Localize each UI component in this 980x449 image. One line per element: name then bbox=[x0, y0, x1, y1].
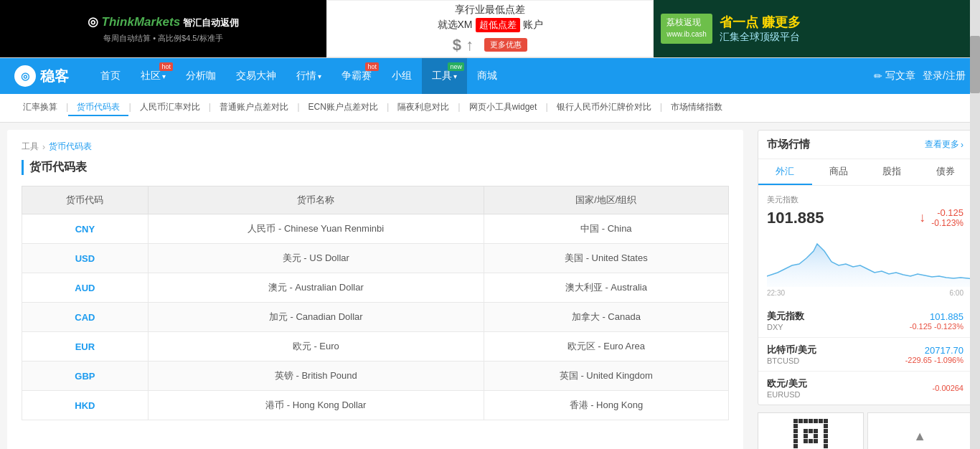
table-row: USD 美元 - US Dollar 美国 - United States bbox=[22, 244, 729, 273]
banner-thinkmarkets[interactable]: ◎ ThinkMarkets 智汇自动返佣 每周自动结算 • 高比例$4.5/标… bbox=[0, 0, 326, 57]
currency-code-hkd[interactable]: HKD bbox=[75, 400, 95, 411]
currency-name: 澳元 - Australian Dollar bbox=[148, 273, 484, 303]
market-tab-bonds[interactable]: 债券 bbox=[919, 159, 973, 185]
mli-change-eur: -0.00264 bbox=[933, 384, 963, 392]
chart-time-start: 22:30 bbox=[767, 289, 785, 297]
nav-links: 首页 社区 hot ▾ 分析咖 交易大神 行情 ▾ 争霸赛 hot 小组 工具 … bbox=[90, 58, 874, 94]
market-header: 市场行情 查看更多 › bbox=[758, 131, 972, 159]
nav-item-contest[interactable]: 争霸赛 hot bbox=[331, 58, 382, 94]
market-tab-commodities[interactable]: 商品 bbox=[812, 159, 866, 185]
index-display: 美元指数 101.885 ↓ -0.125 -0.123% bbox=[758, 186, 972, 237]
subnav-cny-compare[interactable]: 人民币汇率对比 bbox=[131, 100, 209, 116]
down-arrow-icon: ↓ bbox=[919, 210, 925, 225]
currency-code-usd[interactable]: USD bbox=[75, 253, 95, 264]
banner-lz-tag: 荔枝返现www.ib.cash bbox=[661, 14, 712, 44]
currency-country: 欧元区 - Euro Area bbox=[484, 332, 728, 361]
market-list-item-eur[interactable]: 欧元/美元 EURUSD -0.00264 bbox=[758, 372, 972, 405]
mli-price-dxy: 101.885 bbox=[910, 311, 963, 322]
banner-think-sub: 每周自动结算 • 高比例$4.5/标准手 bbox=[103, 33, 222, 44]
subnav-bank-price[interactable]: 银行人民币外汇牌价对比 bbox=[548, 100, 660, 116]
table-row: EUR 欧元 - Euro 欧元区 - Euro Area bbox=[22, 332, 729, 361]
qr-code bbox=[793, 419, 828, 449]
banner-row: ◎ ThinkMarkets 智汇自动返佣 每周自动结算 • 高比例$4.5/标… bbox=[0, 0, 980, 58]
index-change-pct: -0.123% bbox=[931, 218, 963, 228]
breadcrumb: 工具 › 货币代码表 bbox=[22, 141, 729, 153]
currency-country: 澳大利亚 - Australia bbox=[484, 273, 728, 303]
index-label: 美元指数 bbox=[767, 194, 963, 205]
col-header-name: 货币名称 bbox=[148, 186, 484, 214]
logo-text: 稳客 bbox=[40, 67, 69, 86]
subnav-ecn-spread[interactable]: ECN账户点差对比 bbox=[300, 100, 387, 116]
currency-country: 中国 - China bbox=[484, 214, 728, 244]
banner-xm-btn[interactable]: 更多优惠 bbox=[484, 38, 527, 52]
table-row: HKD 港币 - Hong Kong Dollar 香港 - Hong Kong bbox=[22, 391, 729, 420]
nav-item-home[interactable]: 首页 bbox=[90, 58, 131, 94]
currency-name: 美元 - US Dollar bbox=[148, 244, 484, 273]
nav-item-community[interactable]: 社区 hot ▾ bbox=[131, 58, 176, 94]
nav-bar: ◎ 稳客 首页 社区 hot ▾ 分析咖 交易大神 行情 ▾ 争霸赛 hot 小… bbox=[0, 58, 980, 94]
currency-code-cad[interactable]: CAD bbox=[75, 312, 95, 323]
nav-item-groups[interactable]: 小组 bbox=[382, 58, 422, 94]
market-panel: 市场行情 查看更多 › 外汇 商品 股指 债券 美元指数 101.885 bbox=[758, 130, 973, 405]
table-row: GBP 英镑 - British Pound 英国 - United Kingd… bbox=[22, 361, 729, 391]
currency-code-aud[interactable]: AUD bbox=[75, 283, 95, 293]
table-row: CAD 加元 - Canadian Dollar 加拿大 - Canada bbox=[22, 303, 729, 332]
content-area: 工具 › 货币代码表 货币代码表 货币代码 货币名称 国家/地区/组织 CNY … bbox=[7, 130, 743, 449]
index-value: 101.885 bbox=[767, 209, 824, 227]
currency-name: 欧元 - Euro bbox=[148, 332, 484, 361]
breadcrumb-current: 货币代码表 bbox=[49, 141, 92, 153]
nav-item-analysis[interactable]: 分析咖 bbox=[176, 58, 226, 94]
currency-code-gbp[interactable]: GBP bbox=[75, 371, 95, 382]
market-tab-indices[interactable]: 股指 bbox=[865, 159, 919, 185]
qr-panel[interactable] bbox=[758, 412, 864, 449]
nav-logo[interactable]: ◎ 稳客 bbox=[14, 65, 69, 87]
col-header-country: 国家/地区/组织 bbox=[484, 186, 728, 214]
mli-name-dxy: 美元指数 bbox=[767, 310, 804, 323]
banner-xm-line1: 享行业最低点差 bbox=[455, 4, 525, 16]
back-to-top-button[interactable]: ▲ bbox=[867, 412, 974, 449]
currency-code-cny[interactable]: CNY bbox=[75, 224, 95, 235]
subnav-widget[interactable]: 网页小工具widget bbox=[461, 100, 546, 116]
currency-name: 英镑 - British Pound bbox=[148, 361, 484, 391]
index-change-abs: -0.125 bbox=[931, 207, 963, 218]
subnav-currency-code[interactable]: 货币代码表 bbox=[68, 100, 128, 116]
market-list: 美元指数 DXY 101.885 -0.125 -0.123% 比特币/美元 bbox=[758, 304, 972, 405]
mli-code-dxy: DXY bbox=[767, 323, 804, 331]
scrollbar-thumb[interactable] bbox=[970, 36, 980, 93]
write-article-button[interactable]: ✏ 写文章 bbox=[874, 70, 915, 82]
banner-lz[interactable]: 荔枝返现www.ib.cash 省一点 赚更多 汇集全球顶级平台 bbox=[654, 0, 980, 57]
nav-item-market[interactable]: 行情 ▾ bbox=[286, 58, 331, 94]
currency-country: 美国 - United States bbox=[484, 244, 728, 273]
market-list-item[interactable]: 美元指数 DXY 101.885 -0.125 -0.123% bbox=[758, 304, 972, 338]
tools-badge: new bbox=[448, 62, 464, 71]
nav-item-traders[interactable]: 交易大神 bbox=[226, 58, 286, 94]
nav-item-shop[interactable]: 商城 bbox=[467, 58, 507, 94]
login-button[interactable]: 登录/注册 bbox=[923, 70, 966, 82]
chart-container: 22:30 6:00 bbox=[758, 237, 972, 304]
market-list-item-btc[interactable]: 比特币/美元 BTCUSD 20717.70 -229.65 -1.096% bbox=[758, 338, 972, 372]
subnav-sentiment[interactable]: 市场情绪指数 bbox=[662, 100, 731, 116]
breadcrumb-root[interactable]: 工具 bbox=[22, 141, 39, 153]
nav-item-tools[interactable]: 工具 new ▾ bbox=[422, 58, 467, 94]
market-more-link[interactable]: 查看更多 › bbox=[925, 138, 963, 151]
contest-badge: hot bbox=[365, 62, 379, 71]
currency-code-eur[interactable]: EUR bbox=[75, 341, 95, 352]
currency-name: 港币 - Hong Kong Dollar bbox=[148, 391, 484, 420]
scrollbar[interactable] bbox=[970, 0, 980, 449]
currency-name: 人民币 - Chinese Yuan Renminbi bbox=[148, 214, 484, 244]
mli-name-btc: 比特币/美元 bbox=[767, 344, 816, 356]
subnav-standard-spread[interactable]: 普通账户点差对比 bbox=[211, 100, 297, 116]
sparkline-chart bbox=[767, 237, 979, 287]
table-row: CNY 人民币 - Chinese Yuan Renminbi 中国 - Chi… bbox=[22, 214, 729, 244]
currency-country: 英国 - United Kingdom bbox=[484, 361, 728, 391]
market-tab-forex[interactable]: 外汇 bbox=[758, 159, 812, 185]
chevron-right-icon: › bbox=[961, 140, 963, 150]
chart-times: 22:30 6:00 bbox=[767, 289, 963, 301]
nav-right: ✏ 写文章 登录/注册 bbox=[874, 70, 966, 82]
banner-xm[interactable]: 享行业最低点差 就选XM 超低点差 账户 $ ↑ 更多优惠 bbox=[326, 0, 654, 57]
mli-change-btc: -229.65 -1.096% bbox=[905, 356, 963, 364]
subnav-overnight[interactable]: 隔夜利息对比 bbox=[389, 100, 458, 116]
banner-xm-line2: 就选XM 超低点差 账户 bbox=[438, 18, 543, 32]
banner-lz-line2: 汇集全球顶级平台 bbox=[720, 31, 801, 44]
subnav-exchange-rate[interactable]: 汇率换算 bbox=[14, 100, 66, 116]
